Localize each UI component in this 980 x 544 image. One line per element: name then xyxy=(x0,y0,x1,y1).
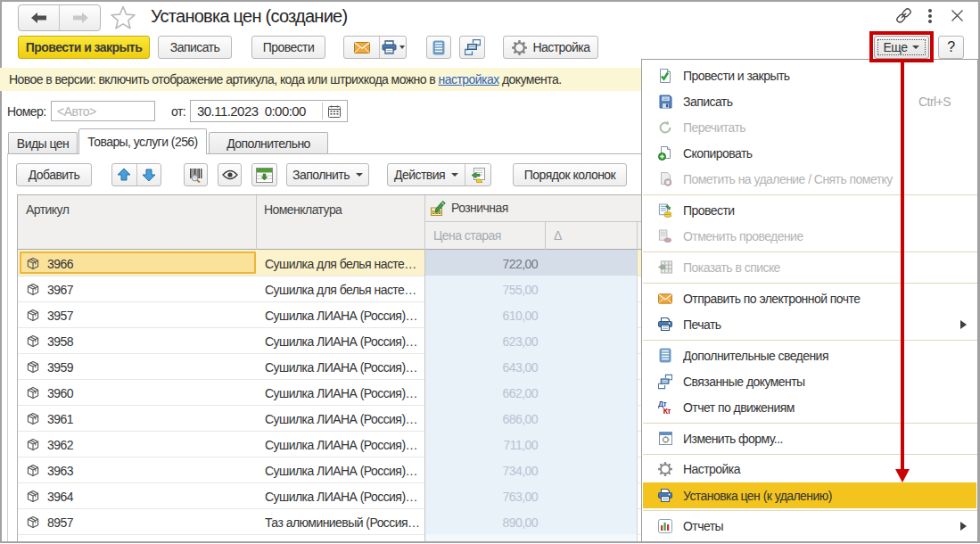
svg-text:Кт: Кт xyxy=(663,407,671,415)
